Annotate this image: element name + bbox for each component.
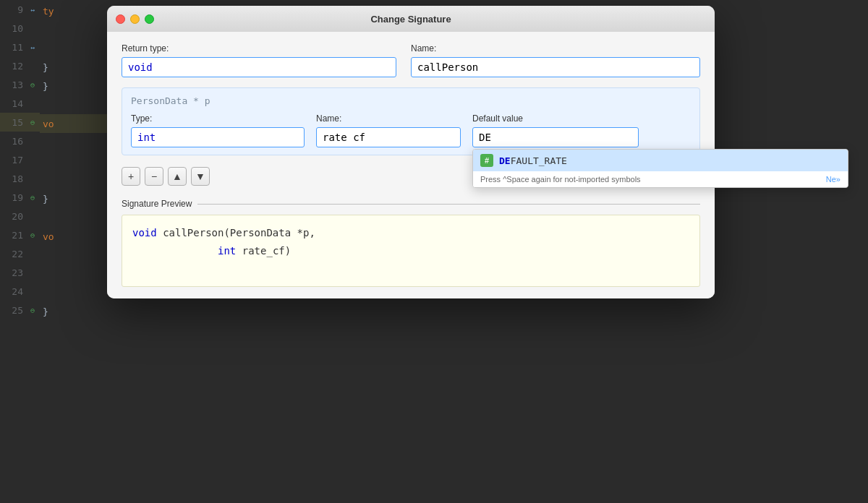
line-row: 9↔ [0,0,40,19]
autocomplete-item[interactable]: # DEFAULT_RATE [473,150,848,171]
change-signature-dialog: Change Signature Return type: Name: Pers… [107,6,715,298]
autocomplete-hint: Press ^Space again for not-imported symb… [473,171,848,187]
line-row: 12 [0,56,40,75]
move-down-button[interactable]: ▼ [191,167,210,186]
preview-indent [132,245,218,257]
line-row: 18 [0,169,40,188]
param-type-group: Type: [131,113,305,147]
return-type-group: Return type: [122,43,396,77]
line-row: 16 [0,132,40,150]
top-form-row: Return type: Name: [122,43,700,77]
preview-keyword-void: void [132,227,157,238]
param-header: PersonData * p [131,95,691,106]
default-value-input[interactable] [472,127,639,147]
constant-icon: # [480,154,493,167]
code-line: } [40,302,145,321]
preview-header: Signature Preview [122,199,700,209]
name-label: Name: [411,43,700,53]
preview-line-2: int rate_cf) [132,242,689,260]
line-numbers: 9↔ 10 11↔ 12 13⊖ 14 15⊖ 16 17 18 19⊖ 20 … [0,0,40,503]
line-row: 19⊖ [0,188,40,207]
traffic-lights [116,14,154,24]
line-row: 10 [0,19,40,38]
return-type-label: Return type: [122,43,396,53]
swap-icon: ↔ [27,42,38,52]
line-row: 24 [0,282,40,301]
collapse-icon: ⊖ [27,79,38,90]
function-name-input[interactable] [411,57,700,77]
hint-next: Ne» [826,175,841,184]
line-row: 15⊖ [0,113,40,132]
dialog-titlebar: Change Signature [107,6,715,32]
dialog-title: Change Signature [370,14,451,25]
autocomplete-dropdown: # DEFAULT_RATE Press ^Space again for no… [472,149,848,188]
line-row: 21⊖ [0,225,40,244]
line-row: 23 [0,263,40,282]
dialog-body: Return type: Name: PersonData * p Type: … [107,32,715,298]
collapse-icon: ⊖ [27,305,38,315]
move-up-button[interactable]: ▲ [168,167,187,186]
line-row: 13⊖ [0,75,40,94]
preview-label: Signature Preview [122,199,192,209]
line-row: 25⊖ [0,301,40,319]
line-row: 22 [0,244,40,263]
collapse-icon: ⊖ [27,192,38,202]
param-name-input[interactable] [316,127,461,147]
line-row: 11↔ [0,38,40,56]
line-row: 14 [0,94,40,113]
matched-text: DE [499,155,511,166]
hint-text: Press ^Space again for not-imported symb… [480,175,641,184]
param-name-group: Name: [316,113,461,147]
param-name-label: Name: [316,113,461,124]
param-type-label: Type: [131,113,305,124]
remove-param-button[interactable]: − [145,167,163,186]
autocomplete-suggestion: DEFAULT_RATE [499,155,567,166]
preview-keyword-int: int [218,245,236,257]
return-type-input[interactable] [122,57,396,77]
signature-preview-section: Signature Preview void callPerson(Person… [122,199,700,287]
completion-text: FAULT_RATE [511,155,567,166]
preview-function-call: callPerson(PersonData *p, [157,227,315,238]
collapse-icon: ⊖ [27,230,38,240]
default-value-label: Default value [472,113,639,124]
preview-line-1: void callPerson(PersonData *p, [132,224,689,242]
param-type-input[interactable] [131,127,305,147]
collapse-icon: ⊖ [27,117,38,127]
preview-divider [197,204,700,205]
close-button[interactable] [116,14,125,24]
parameter-section: PersonData * p Type: Name: Default value [122,87,700,155]
param-fields: Type: Name: Default value # [131,113,691,147]
minimize-button[interactable] [130,14,140,24]
line-row: 20 [0,207,40,225]
function-name-group: Name: [411,43,700,77]
maximize-button[interactable] [145,14,154,24]
signature-preview-box: void callPerson(PersonData *p, int rate_… [122,215,700,287]
preview-param: rate_cf) [236,245,291,257]
swap-icon: ↔ [27,4,38,14]
param-default-group: Default value # DEFAULT_RATE Press ^Spac… [472,113,639,147]
add-param-button[interactable]: + [122,167,140,186]
line-row: 17 [0,150,40,169]
